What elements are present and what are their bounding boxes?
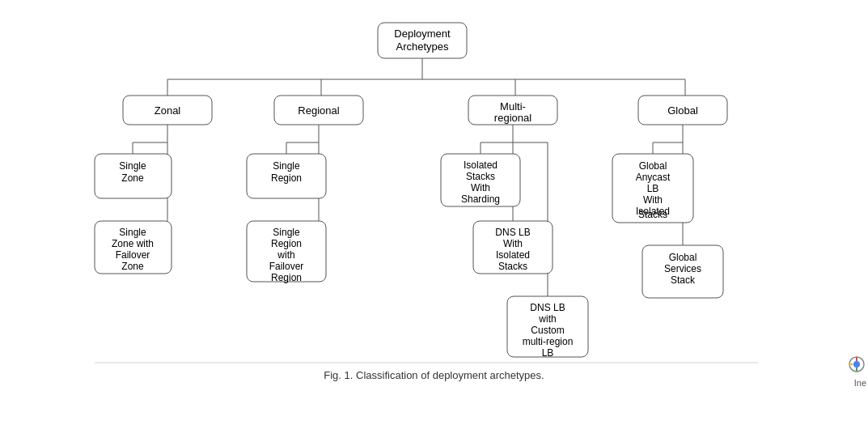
svg-text:Stacks: Stacks (498, 261, 527, 272)
leaf-single-region-failover: Single Region with Failover Region (247, 221, 326, 283)
diagram-container: Deployment Archetypes Zonal Regional Mul… (0, 0, 868, 425)
chrome-icon (849, 356, 865, 375)
leaf-global-services-stack: Global Services Stack (642, 245, 723, 298)
svg-text:multi-region: multi-region (522, 336, 573, 347)
svg-text:Regional: Regional (298, 104, 339, 117)
l1-regional: Regional (274, 96, 363, 125)
l1-multiregional: Multi- regional (468, 96, 557, 125)
svg-text:Stack: Stack (670, 274, 695, 286)
leaf-single-zone: Single Zone (95, 154, 171, 198)
svg-text:Region: Region (270, 272, 301, 283)
svg-text:Isolated: Isolated (495, 249, 529, 261)
svg-text:Zone: Zone (121, 172, 144, 184)
svg-text:Failover: Failover (269, 261, 303, 272)
svg-point-81 (853, 361, 860, 368)
leaf-isolated-stacks-sharding: Isolated Stacks With Sharding (441, 154, 520, 206)
svg-text:Region: Region (270, 238, 301, 249)
svg-text:Deployment: Deployment (394, 28, 451, 40)
svg-text:Multi-: Multi- (500, 100, 526, 113)
svg-text:regional: regional (493, 112, 531, 124)
svg-text:Global: Global (667, 104, 698, 117)
svg-text:Region: Region (270, 172, 301, 184)
figure-caption: Fig. 1. Classification of deployment arc… (324, 363, 544, 386)
svg-text:DNS LB: DNS LB (530, 302, 565, 313)
svg-text:Isolated: Isolated (463, 159, 497, 171)
svg-text:Single: Single (119, 160, 146, 172)
svg-text:Global: Global (638, 160, 667, 172)
svg-text:With: With (471, 182, 490, 193)
ine-label: Ine (854, 378, 866, 388)
svg-text:Custom: Custom (531, 325, 564, 336)
svg-text:DNS LB: DNS LB (495, 227, 530, 238)
svg-text:Global: Global (668, 252, 697, 263)
l1-zonal: Zonal (123, 96, 212, 125)
svg-text:LB: LB (541, 347, 553, 359)
leaf-dns-lb-isolated-stacks: DNS LB With Isolated Stacks (473, 221, 553, 274)
svg-text:Single: Single (273, 160, 300, 172)
svg-text:Single: Single (273, 227, 300, 238)
svg-text:With: With (643, 194, 663, 206)
svg-text:With: With (503, 238, 523, 249)
leaf-dns-lb-custom: DNS LB with Custom multi-region LB (507, 296, 588, 359)
svg-text:Zonal: Zonal (154, 104, 180, 117)
svg-text:Archetypes: Archetypes (396, 40, 449, 53)
leaf-single-zone-failover: Single Zone with Failover Zone (95, 221, 171, 274)
svg-text:Stacks: Stacks (637, 209, 667, 220)
svg-text:with: with (277, 249, 294, 261)
svg-text:Single: Single (119, 227, 146, 238)
svg-text:Services: Services (663, 263, 701, 274)
svg-text:LB: LB (646, 183, 658, 194)
l1-global: Global (638, 96, 727, 125)
tree-diagram: Deployment Archetypes Zonal Regional Mul… (70, 15, 798, 363)
svg-text:Anycast: Anycast (635, 172, 670, 183)
svg-text:with: with (538, 313, 556, 325)
svg-text:Failover: Failover (115, 249, 150, 261)
svg-text:Zone: Zone (121, 261, 144, 272)
leaf-single-region: Single Region (247, 154, 326, 198)
leaf-global-anycast-lb: Global Anycast LB With Isolated Stacks (612, 154, 693, 223)
root-node: Deployment Archetypes (378, 23, 467, 58)
svg-text:Zone with: Zone with (111, 238, 153, 249)
svg-text:Sharding: Sharding (460, 193, 499, 205)
svg-text:Stacks: Stacks (465, 171, 494, 182)
